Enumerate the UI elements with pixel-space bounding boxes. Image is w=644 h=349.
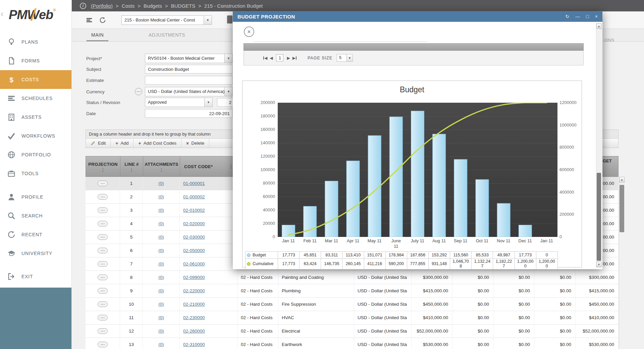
row-menu-icon[interactable]: ⋯	[98, 248, 108, 253]
sidebar-item-recent[interactable]: RECENT	[0, 225, 71, 244]
attachments-link[interactable]: (0)	[158, 194, 164, 199]
table-row[interactable]: ⋯11(0)02-23000002 - Hard CostsHVACUSD - …	[86, 311, 619, 325]
cost-code-link[interactable]: 02-220000	[183, 288, 205, 293]
tab-fragment[interactable]: ONS	[600, 34, 619, 43]
toolbar-button-add-cost-codes[interactable]: +Add Cost Codes	[133, 139, 181, 148]
row-menu-icon[interactable]: ⋯	[98, 234, 108, 240]
cost-code-link[interactable]: 02-050000	[183, 248, 205, 253]
field-project-select[interactable]: RVS0104 - Boston Medical Center▼	[145, 54, 233, 63]
next-page-button[interactable]: ▶	[287, 56, 290, 60]
attachments-link[interactable]: (0)	[158, 221, 164, 226]
partial-toolbar-icon[interactable]	[227, 15, 232, 23]
sidebar-item-exit[interactable]: EXIT	[0, 267, 71, 286]
field-status-revision-select[interactable]: Approved▼	[145, 98, 213, 107]
field-currency-select[interactable]: USD - Dollar (United States of America)▼	[145, 87, 233, 96]
field-subject-input[interactable]: Construction Budget	[145, 65, 233, 73]
sidebar-item-plans[interactable]: PLANS	[0, 33, 71, 51]
row-menu-icon[interactable]: ⋯	[98, 221, 108, 227]
breadcrumb-portfolio-link[interactable]: (Portfolio)	[91, 3, 113, 9]
row-menu-icon[interactable]: ⋯	[98, 328, 108, 334]
dropdown-arrow-icon[interactable]: ▼	[204, 98, 212, 107]
column-header-line[interactable]: LINE #⋮	[120, 156, 143, 177]
sidebar-item-search[interactable]: SEARCH	[0, 206, 71, 225]
sidebar-item-forms[interactable]: FORMS	[0, 51, 71, 70]
toolbar-button-add[interactable]: +Add	[111, 139, 133, 148]
table-row[interactable]: ⋯9(0)02-22000002 - Hard CostsPlumbingUSD…	[86, 284, 619, 298]
page-number-input[interactable]: 1	[276, 54, 283, 61]
sidebar-item-assets[interactable]: ASSETS	[0, 108, 71, 127]
scroll-thumb[interactable]	[597, 173, 601, 261]
toolbar-button-edit[interactable]: Edit	[86, 139, 111, 148]
sidebar-item-profile[interactable]: PROFILE	[0, 188, 71, 206]
cost-code-link[interactable]: 02-230000	[183, 315, 205, 320]
attachments-link[interactable]: (0)	[158, 181, 164, 186]
field-date-input[interactable]: 22-09-201	[145, 109, 233, 118]
cost-code-link[interactable]: 02-020000	[183, 221, 205, 226]
table-row[interactable]: ⋯12(0)02-26000002 - Hard CostsElectrical…	[86, 325, 619, 338]
attachments-link[interactable]: (0)	[158, 329, 164, 334]
attachments-link[interactable]: (0)	[158, 315, 164, 320]
cost-code-link[interactable]: 02-260000	[183, 329, 205, 334]
history-icon[interactable]	[99, 17, 106, 23]
row-menu-icon[interactable]: ⋯	[98, 301, 108, 307]
dialog-scrollbar[interactable]: ▲ ▼	[596, 23, 602, 267]
attachments-link[interactable]: (0)	[158, 261, 164, 266]
cost-code-link[interactable]: 02-010002	[183, 208, 205, 213]
refresh-icon[interactable]: ↻	[566, 14, 570, 19]
row-menu-icon[interactable]: ⋯	[98, 261, 108, 267]
minimize-icon[interactable]: —	[575, 14, 580, 19]
column-menu-icon[interactable]: ⋮	[159, 168, 164, 171]
column-menu-icon[interactable]: ⋮	[129, 168, 134, 171]
dropdown-arrow-icon[interactable]: ▼	[224, 54, 232, 63]
table-row[interactable]: ⋯10(0)02-21000002 - Hard CostsFire Suppr…	[86, 298, 619, 311]
scroll-up-icon[interactable]: ▲	[596, 23, 601, 29]
row-menu-icon[interactable]: ⋯	[98, 342, 108, 347]
page-size-select[interactable]: 5 ▼	[337, 54, 353, 62]
tab-main[interactable]: MAIN	[87, 29, 108, 41]
sidebar-item-portfolio[interactable]: PORTFOLIO	[0, 145, 71, 164]
pmweb-logo[interactable]: PMWeb®	[9, 8, 56, 22]
attachments-link[interactable]: (0)	[158, 302, 164, 307]
attachments-link[interactable]: (0)	[158, 288, 164, 293]
row-menu-icon[interactable]: ⋯	[98, 181, 108, 186]
toolbar-button-delete[interactable]: ×Delete	[181, 139, 209, 148]
dropdown-arrow-icon[interactable]: ▼	[224, 87, 232, 96]
cost-code-link[interactable]: 02-210000	[183, 302, 205, 307]
sidebar-collapse-icon[interactable]: ‹	[1, 9, 4, 18]
record-selector[interactable]: 215 - Boston Medical Center - Const ▼	[121, 15, 212, 25]
sidebar-item-workflows[interactable]: WORKFLOWS	[0, 127, 71, 145]
attachments-link[interactable]: (0)	[158, 342, 164, 347]
info-icon[interactable]: i	[80, 3, 86, 9]
column-header-projection[interactable]: PROJECTION⋮	[86, 156, 120, 177]
column-header-attachments[interactable]: ATTACHMENTS⋮	[143, 156, 180, 177]
prev-page-button[interactable]: ◀	[270, 56, 273, 60]
sidebar-item-university[interactable]: UNIVERSITY	[0, 244, 71, 263]
column-header-cost-code[interactable]: COST CODE*⋮	[180, 156, 238, 177]
close-icon[interactable]: ×	[595, 14, 598, 19]
attachments-link[interactable]: (0)	[158, 208, 164, 213]
column-menu-icon[interactable]: ⋮	[101, 168, 105, 171]
cost-code-link[interactable]: 01-000001	[183, 181, 205, 186]
table-row[interactable]: ⋯8(0)02-09900002 - Hard CostsPainting an…	[86, 271, 619, 284]
row-menu-icon[interactable]: ⋯	[98, 275, 108, 280]
record-list-icon[interactable]	[86, 17, 93, 23]
first-page-button[interactable]: ◀	[263, 56, 267, 60]
ellipsis-button[interactable]: ⋯	[135, 88, 142, 95]
row-menu-icon[interactable]: ⋯	[98, 315, 108, 320]
attachments-link[interactable]: (0)	[158, 248, 164, 253]
cost-code-link[interactable]: 02-099000	[183, 275, 205, 280]
cost-code-link[interactable]: 02-030000	[183, 235, 205, 240]
sidebar-item-costs[interactable]: $COSTS	[0, 70, 71, 89]
field-estimate-input[interactable]	[145, 76, 233, 85]
row-menu-icon[interactable]: ⋯	[98, 288, 108, 294]
cost-code-link[interactable]: 01-000002	[183, 194, 205, 199]
dialog-titlebar[interactable]: BUDGET PROJECTION ↻ — □ ×	[233, 11, 602, 22]
field-revision-input[interactable]: 2	[217, 98, 234, 107]
main-scrollbar[interactable]: ▲	[619, 177, 625, 349]
last-page-button[interactable]: ▶	[292, 56, 297, 60]
row-menu-icon[interactable]: ⋯	[98, 207, 108, 213]
dialog-close-circle-icon[interactable]: ×	[244, 27, 254, 37]
attachments-link[interactable]: (0)	[158, 235, 164, 240]
maximize-icon[interactable]: □	[586, 14, 589, 19]
cost-code-link[interactable]: 02-310000	[183, 342, 205, 347]
